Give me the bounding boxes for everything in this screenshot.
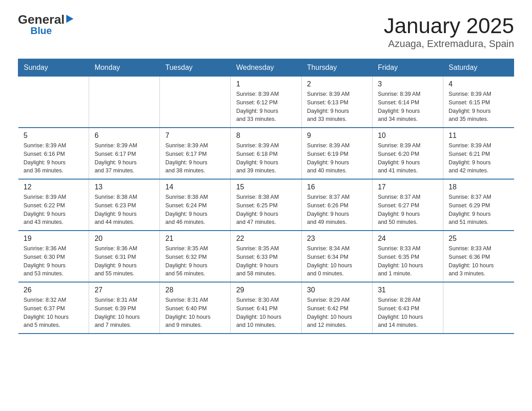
calendar-cell: 7Sunrise: 8:39 AMSunset: 6:17 PMDaylight… [160, 128, 231, 179]
day-number: 9 [307, 132, 367, 140]
day-info: Sunrise: 8:39 AMSunset: 6:15 PMDaylight:… [449, 90, 509, 124]
day-info: Sunrise: 8:39 AMSunset: 6:13 PMDaylight:… [307, 90, 367, 124]
day-info: Sunrise: 8:36 AMSunset: 6:31 PMDaylight:… [94, 244, 154, 278]
week-row-3: 19Sunrise: 8:36 AMSunset: 6:30 PMDayligh… [18, 231, 514, 282]
calendar-cell: 27Sunrise: 8:31 AMSunset: 6:39 PMDayligh… [89, 282, 160, 334]
calendar-cell: 2Sunrise: 8:39 AMSunset: 6:13 PMDaylight… [301, 77, 372, 128]
day-info: Sunrise: 8:31 AMSunset: 6:39 PMDaylight:… [94, 296, 154, 330]
calendar-cell: 8Sunrise: 8:39 AMSunset: 6:18 PMDaylight… [231, 128, 301, 179]
day-number: 16 [307, 183, 367, 191]
calendar-table: SundayMondayTuesdayWednesdayThursdayFrid… [18, 59, 514, 334]
calendar-cell: 6Sunrise: 8:39 AMSunset: 6:17 PMDaylight… [89, 128, 160, 179]
day-number: 2 [307, 80, 367, 88]
day-info: Sunrise: 8:35 AMSunset: 6:33 PMDaylight:… [236, 244, 296, 278]
day-number: 12 [24, 183, 84, 191]
page-title: January 2025 [384, 13, 514, 38]
day-number: 1 [236, 80, 296, 88]
logo-triangle-icon [66, 15, 73, 23]
day-number: 25 [449, 235, 509, 243]
calendar-cell: 31Sunrise: 8:28 AMSunset: 6:43 PMDayligh… [372, 282, 443, 334]
calendar-cell [443, 282, 514, 334]
day-info: Sunrise: 8:37 AMSunset: 6:29 PMDaylight:… [449, 193, 509, 227]
header-day-monday: Monday [89, 59, 160, 77]
logo: General Blue [18, 13, 73, 36]
day-info: Sunrise: 8:39 AMSunset: 6:21 PMDaylight:… [449, 141, 509, 175]
calendar-cell [160, 77, 231, 128]
day-number: 4 [449, 80, 509, 88]
calendar-cell: 9Sunrise: 8:39 AMSunset: 6:19 PMDaylight… [301, 128, 372, 179]
calendar-cell: 13Sunrise: 8:38 AMSunset: 6:23 PMDayligh… [89, 179, 160, 231]
calendar-cell: 16Sunrise: 8:37 AMSunset: 6:26 PMDayligh… [301, 179, 372, 231]
header-day-saturday: Saturday [443, 59, 514, 77]
calendar-cell: 20Sunrise: 8:36 AMSunset: 6:31 PMDayligh… [89, 231, 160, 282]
day-number: 26 [24, 286, 84, 294]
calendar-cell: 29Sunrise: 8:30 AMSunset: 6:41 PMDayligh… [231, 282, 301, 334]
day-number: 8 [236, 132, 296, 140]
day-number: 13 [94, 183, 154, 191]
day-number: 7 [165, 132, 225, 140]
calendar-cell: 22Sunrise: 8:35 AMSunset: 6:33 PMDayligh… [231, 231, 301, 282]
calendar-header: SundayMondayTuesdayWednesdayThursdayFrid… [18, 59, 514, 77]
calendar-cell: 1Sunrise: 8:39 AMSunset: 6:12 PMDaylight… [231, 77, 301, 128]
day-number: 29 [236, 286, 296, 294]
logo-general-text: General [18, 13, 64, 26]
calendar-cell: 12Sunrise: 8:39 AMSunset: 6:22 PMDayligh… [18, 179, 89, 231]
calendar-cell: 15Sunrise: 8:38 AMSunset: 6:25 PMDayligh… [231, 179, 301, 231]
day-number: 31 [378, 286, 438, 294]
calendar-cell: 19Sunrise: 8:36 AMSunset: 6:30 PMDayligh… [18, 231, 89, 282]
day-number: 23 [307, 235, 367, 243]
calendar-cell: 10Sunrise: 8:39 AMSunset: 6:20 PMDayligh… [372, 128, 443, 179]
day-number: 14 [165, 183, 225, 191]
calendar-body: 1Sunrise: 8:39 AMSunset: 6:12 PMDaylight… [18, 77, 514, 334]
header-day-wednesday: Wednesday [231, 59, 301, 77]
day-info: Sunrise: 8:28 AMSunset: 6:43 PMDaylight:… [378, 296, 438, 330]
day-info: Sunrise: 8:39 AMSunset: 6:20 PMDaylight:… [378, 141, 438, 175]
day-info: Sunrise: 8:39 AMSunset: 6:17 PMDaylight:… [94, 141, 154, 175]
week-row-2: 12Sunrise: 8:39 AMSunset: 6:22 PMDayligh… [18, 179, 514, 231]
calendar-cell: 26Sunrise: 8:32 AMSunset: 6:37 PMDayligh… [18, 282, 89, 334]
day-number: 19 [24, 235, 84, 243]
calendar-cell: 24Sunrise: 8:33 AMSunset: 6:35 PMDayligh… [372, 231, 443, 282]
logo-blue-text: Blue [30, 26, 52, 36]
day-info: Sunrise: 8:36 AMSunset: 6:30 PMDaylight:… [24, 244, 84, 278]
calendar-cell: 4Sunrise: 8:39 AMSunset: 6:15 PMDaylight… [443, 77, 514, 128]
calendar-cell: 11Sunrise: 8:39 AMSunset: 6:21 PMDayligh… [443, 128, 514, 179]
calendar-cell: 25Sunrise: 8:33 AMSunset: 6:36 PMDayligh… [443, 231, 514, 282]
header-row: SundayMondayTuesdayWednesdayThursdayFrid… [18, 59, 514, 77]
week-row-1: 5Sunrise: 8:39 AMSunset: 6:16 PMDaylight… [18, 128, 514, 179]
day-number: 30 [307, 286, 367, 294]
day-info: Sunrise: 8:33 AMSunset: 6:36 PMDaylight:… [449, 244, 509, 278]
day-info: Sunrise: 8:29 AMSunset: 6:42 PMDaylight:… [307, 296, 367, 330]
day-number: 22 [236, 235, 296, 243]
calendar-cell: 17Sunrise: 8:37 AMSunset: 6:27 PMDayligh… [372, 179, 443, 231]
day-number: 10 [378, 132, 438, 140]
title-block: January 2025 Azuaga, Extremadura, Spain [384, 13, 514, 50]
day-number: 6 [94, 132, 154, 140]
day-info: Sunrise: 8:38 AMSunset: 6:24 PMDaylight:… [165, 193, 225, 227]
day-info: Sunrise: 8:37 AMSunset: 6:26 PMDaylight:… [307, 193, 367, 227]
calendar-cell: 5Sunrise: 8:39 AMSunset: 6:16 PMDaylight… [18, 128, 89, 179]
week-row-0: 1Sunrise: 8:39 AMSunset: 6:12 PMDaylight… [18, 77, 514, 128]
day-number: 18 [449, 183, 509, 191]
header-day-sunday: Sunday [18, 59, 89, 77]
day-info: Sunrise: 8:33 AMSunset: 6:35 PMDaylight:… [378, 244, 438, 278]
day-number: 15 [236, 183, 296, 191]
day-info: Sunrise: 8:39 AMSunset: 6:16 PMDaylight:… [24, 141, 84, 175]
day-number: 17 [378, 183, 438, 191]
header-day-thursday: Thursday [301, 59, 372, 77]
day-info: Sunrise: 8:38 AMSunset: 6:23 PMDaylight:… [94, 193, 154, 227]
day-info: Sunrise: 8:32 AMSunset: 6:37 PMDaylight:… [24, 296, 84, 330]
day-info: Sunrise: 8:38 AMSunset: 6:25 PMDaylight:… [236, 193, 296, 227]
calendar-cell: 18Sunrise: 8:37 AMSunset: 6:29 PMDayligh… [443, 179, 514, 231]
day-info: Sunrise: 8:39 AMSunset: 6:14 PMDaylight:… [378, 90, 438, 124]
day-info: Sunrise: 8:30 AMSunset: 6:41 PMDaylight:… [236, 296, 296, 330]
day-number: 21 [165, 235, 225, 243]
day-info: Sunrise: 8:39 AMSunset: 6:12 PMDaylight:… [236, 90, 296, 124]
calendar-cell: 21Sunrise: 8:35 AMSunset: 6:32 PMDayligh… [160, 231, 231, 282]
header-day-friday: Friday [372, 59, 443, 77]
calendar-cell: 30Sunrise: 8:29 AMSunset: 6:42 PMDayligh… [301, 282, 372, 334]
day-info: Sunrise: 8:39 AMSunset: 6:22 PMDaylight:… [24, 193, 84, 227]
day-number: 3 [378, 80, 438, 88]
day-info: Sunrise: 8:39 AMSunset: 6:18 PMDaylight:… [236, 141, 296, 175]
calendar-cell: 14Sunrise: 8:38 AMSunset: 6:24 PMDayligh… [160, 179, 231, 231]
